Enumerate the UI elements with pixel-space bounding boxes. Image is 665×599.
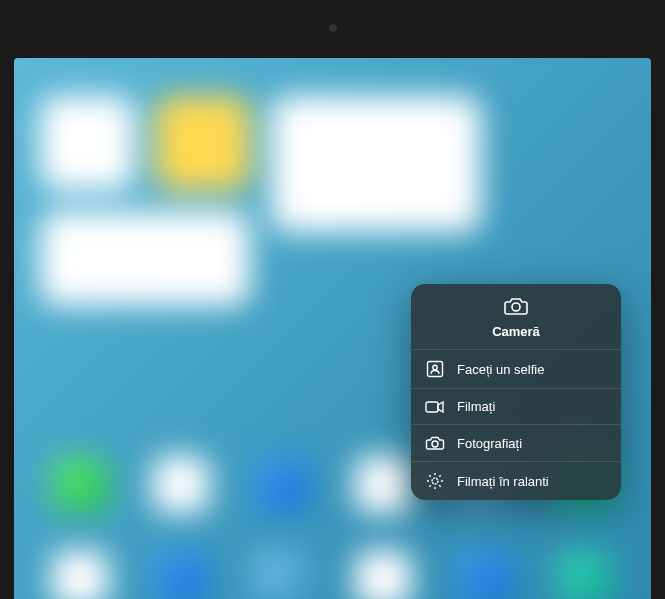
svg-point-4 (432, 441, 438, 447)
slo-mo-label: Filmați în ralanti (457, 474, 549, 489)
app-icon (153, 456, 210, 513)
svg-line-13 (439, 475, 441, 477)
camera-quick-actions-menu[interactable]: Cameră Faceți un selfie (411, 284, 621, 500)
slo-mo-action[interactable]: Filmați în ralanti (411, 462, 621, 500)
video-icon (425, 400, 445, 414)
app-icon (52, 550, 109, 599)
photo-icon (425, 435, 445, 451)
app-icon (52, 456, 109, 513)
app-row-2 (14, 550, 651, 599)
selfie-label: Faceți un selfie (457, 362, 544, 377)
reminders-widget (271, 96, 481, 232)
photo-label: Fotografiați (457, 436, 522, 451)
app-icon (254, 456, 311, 513)
clock-widget (40, 96, 135, 191)
front-camera-dot (329, 24, 337, 32)
app-icon (355, 456, 412, 513)
notes-widget (156, 96, 250, 191)
menu-header: Cameră (411, 284, 621, 350)
svg-rect-1 (428, 362, 443, 377)
menu-title: Cameră (492, 324, 540, 339)
take-photo-action[interactable]: Fotografiați (411, 425, 621, 462)
svg-point-2 (433, 365, 437, 369)
svg-line-11 (439, 485, 441, 487)
ipad-screen: Cameră Faceți un selfie (14, 58, 651, 599)
svg-line-10 (429, 475, 431, 477)
slo-mo-icon (425, 472, 445, 490)
svg-point-0 (512, 303, 520, 311)
selfie-icon (425, 360, 445, 378)
svg-line-12 (429, 485, 431, 487)
camera-icon (504, 296, 528, 320)
record-video-action[interactable]: Filmați (411, 389, 621, 425)
svg-point-5 (432, 478, 438, 484)
calendar-widget (40, 211, 250, 306)
selfie-action[interactable]: Faceți un selfie (411, 350, 621, 389)
app-icon (153, 550, 210, 599)
ipad-frame: Cameră Faceți un selfie (0, 0, 665, 599)
app-icon (254, 550, 311, 599)
video-label: Filmați (457, 399, 495, 414)
svg-rect-3 (426, 402, 438, 412)
app-icon (557, 550, 614, 599)
app-icon (456, 550, 513, 599)
app-icon (355, 550, 412, 599)
